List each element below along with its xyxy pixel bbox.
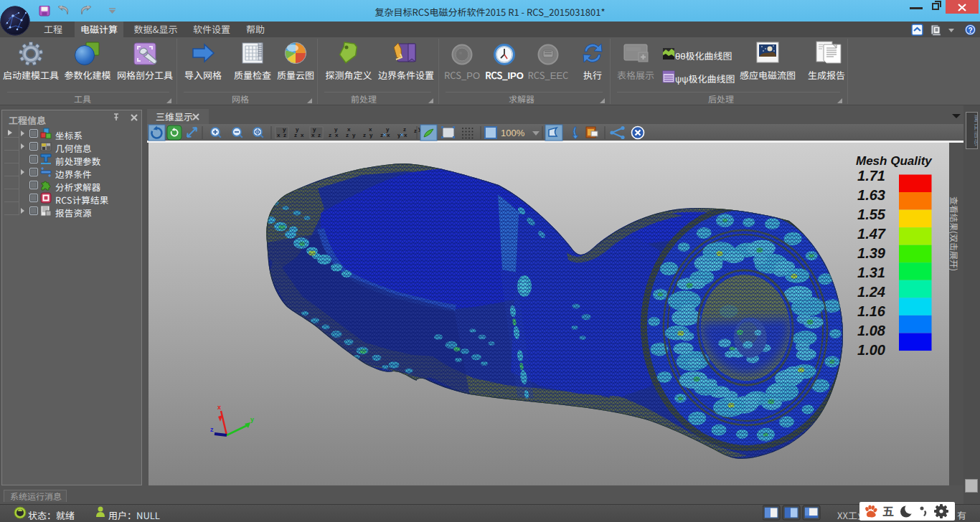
svg-text:Mesh Quality: Mesh Quality xyxy=(856,154,933,168)
svg-text:z: z xyxy=(283,132,286,138)
svg-text:z: z xyxy=(294,132,297,138)
svg-text:z: z xyxy=(403,126,406,133)
svg-text:1.71: 1.71 xyxy=(857,168,885,184)
svg-text:z: z xyxy=(380,132,383,138)
svg-text:x: x xyxy=(369,126,372,133)
svg-text:x: x xyxy=(404,132,407,138)
svg-text:y: y xyxy=(369,132,373,138)
svg-text:?: ? xyxy=(968,27,972,34)
svg-text:y: y xyxy=(352,132,356,138)
svg-text:x: x xyxy=(217,404,221,411)
svg-text:x: x xyxy=(335,132,339,138)
svg-text:z: z xyxy=(346,132,349,138)
svg-text:1.24: 1.24 xyxy=(857,284,885,300)
svg-text:z: z xyxy=(318,132,321,138)
svg-text:z: z xyxy=(329,132,331,138)
svg-text:1.55: 1.55 xyxy=(857,207,886,222)
svg-text:y: y xyxy=(397,132,401,138)
svg-text:x: x xyxy=(387,132,390,138)
svg-text:100%: 100% xyxy=(501,128,525,138)
svg-text:y: y xyxy=(386,126,390,133)
svg-text:1.63: 1.63 xyxy=(857,187,885,203)
svg-text:x: x xyxy=(311,132,315,138)
svg-text:z: z xyxy=(363,132,366,138)
svg-text:z: z xyxy=(210,426,214,433)
svg-text:五: 五 xyxy=(882,503,894,519)
svg-text:y: y xyxy=(283,126,286,133)
svg-text:1.39: 1.39 xyxy=(857,245,886,261)
svg-text:1.31: 1.31 xyxy=(857,265,885,280)
svg-text:1.08: 1.08 xyxy=(857,323,886,338)
svg-text:1.00: 1.00 xyxy=(857,342,885,358)
svg-text:x: x xyxy=(277,132,281,138)
svg-text:y: y xyxy=(313,126,316,133)
svg-text:y: y xyxy=(296,126,299,133)
svg-text:y: y xyxy=(250,416,254,423)
svg-text:1.47: 1.47 xyxy=(857,226,886,242)
svg-text:x: x xyxy=(347,126,351,133)
svg-text:z: z xyxy=(414,128,417,134)
svg-text:y: y xyxy=(334,126,338,133)
svg-text:x: x xyxy=(301,132,304,138)
svg-text:1.16: 1.16 xyxy=(857,303,886,319)
svg-text:属性信息: 属性信息 xyxy=(973,115,978,146)
